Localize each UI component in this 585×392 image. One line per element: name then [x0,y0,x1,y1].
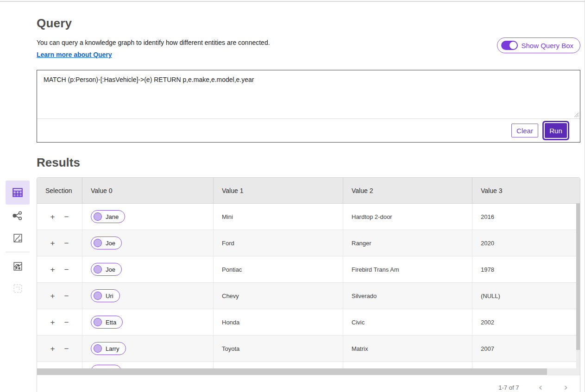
value1-cell [214,362,343,368]
expand-row-button[interactable]: + [50,238,56,248]
toggle-label: Show Query Box [521,42,573,50]
sidebar-divider [6,252,30,252]
query-text: MATCH (p:Person)-[:HasVehicle]->(e) RETU… [44,76,254,83]
value0-cell: Jane [82,204,214,230]
node-dot-icon [94,212,102,221]
value3-cell: 2020 [472,230,580,256]
pagination-range: 1-7 of 7 [498,384,519,391]
sidebar-item-extra-view [6,277,30,299]
collapse-row-button[interactable]: − [63,238,70,248]
node-chip[interactable] [91,365,121,368]
expand-row-button[interactable]: + [50,344,56,354]
node-chip[interactable]: Larry [91,342,126,355]
value3-cell: 1978 [472,256,580,282]
node-chip[interactable]: Uri [91,289,120,302]
value1-cell: Honda [214,309,343,335]
value2-cell: Silverado [343,283,472,309]
show-query-box-toggle[interactable]: Show Query Box [497,37,580,53]
value0-cell: Joe [82,256,214,282]
node-dot-icon [94,265,102,274]
value0-cell: Etta [82,309,214,335]
value3-cell [472,362,580,368]
table-row: + − Joe Ford Ranger 2020 [37,230,580,256]
value2-cell: Firebird Trans Am [343,256,472,282]
node-chip[interactable]: Etta [91,316,123,329]
sidebar-item-map-graph-view[interactable] [6,255,30,277]
value0-cell: Uri [82,283,214,309]
table-footer: 1-7 of 7 ‹ › [37,375,580,392]
table-row: + − Larry Toyota Matrix 2007 [37,336,580,362]
table-row: + − Jane Mini Hardtop 2-door 2016 [37,204,580,230]
expand-row-button[interactable]: + [50,265,56,274]
sidebar-item-table-view[interactable] [6,180,30,205]
selection-cell: + − [37,309,82,335]
column-header-selection: Selection [37,178,82,203]
clear-button[interactable]: Clear [511,124,538,137]
table-row: + − Uri Chevy Silverado (NULL) [37,283,580,309]
sidebar-item-map-view[interactable] [6,227,30,249]
column-header-value1: Value 1 [214,178,343,203]
vertical-scrollbar [576,204,580,368]
table-header-row: Selection Value 0 Value 1 Value 2 Value … [37,178,580,204]
table-row-partial [37,362,580,368]
collapse-row-button[interactable]: − [63,344,70,354]
expand-row-button[interactable]: + [50,291,56,301]
query-input[interactable]: MATCH (p:Person)-[:HasVehicle]->(e) RETU… [37,70,580,119]
value0-cell: Joe [82,230,214,256]
query-actions: Clear Run [37,119,580,142]
value0-cell: Larry [82,336,214,361]
node-dot-icon [94,239,102,247]
node-dot-icon [94,292,102,300]
node-chip[interactable]: Joe [91,236,122,249]
value0-cell [82,362,214,368]
value1-cell: Chevy [214,283,343,309]
node-chip-label: Uri [106,292,113,299]
collapse-row-button[interactable]: − [63,317,70,327]
toggle-knob [510,42,517,49]
node-dot-icon [94,344,102,353]
previous-page-button[interactable]: ‹ [536,382,544,392]
value2-cell: Matrix [343,336,472,361]
map-icon [12,232,24,244]
map-graph-icon [12,261,24,272]
value3-cell: (NULL) [472,283,580,309]
node-chip[interactable]: Jane [91,210,125,223]
node-chip-label: Larry [106,345,120,352]
selection-cell: + − [37,230,82,256]
value2-cell: Ranger [343,230,472,256]
selection-cell: + − [37,283,82,309]
value1-cell: Pontiac [214,256,343,282]
column-header-value2: Value 2 [343,178,472,203]
run-button[interactable]: Run [545,123,567,138]
graph-icon [12,210,24,222]
value2-cell: Hardtop 2-door [343,204,472,230]
next-page-button[interactable]: › [562,382,570,392]
value3-cell: 2002 [472,309,580,335]
toggle-switch-icon[interactable] [501,41,518,50]
resize-handle-icon[interactable] [573,112,579,118]
selection-cell: + − [37,336,82,361]
expand-row-button[interactable]: + [50,317,56,327]
node-chip-label: Joe [106,266,115,273]
learn-more-link[interactable]: Learn more about Query [37,51,112,58]
selection-cell: + − [37,204,82,230]
vertical-scrollbar-thumb[interactable] [576,204,580,350]
collapse-row-button[interactable]: − [63,265,70,274]
results-table: Selection Value 0 Value 1 Value 2 Value … [37,177,580,392]
node-chip[interactable]: Joe [91,263,122,276]
table-body: + − Jane Mini Hardtop 2-door 2016 + − Jo… [37,204,580,368]
view-sidebar [6,180,30,299]
value3-cell: 2007 [472,336,580,361]
collapse-row-button[interactable]: − [63,212,70,222]
value3-cell: 2016 [472,204,580,230]
horizontal-scrollbar-thumb[interactable] [37,368,547,375]
results-title: Results [37,156,580,170]
expand-row-button[interactable]: + [50,212,56,222]
collapse-row-button[interactable]: − [63,291,70,301]
selection-cell [37,362,82,368]
column-header-value3: Value 3 [472,178,580,203]
sidebar-item-graph-view[interactable] [6,205,30,227]
value2-cell [343,362,472,368]
node-chip-label: Etta [106,319,116,326]
value1-cell: Mini [214,204,343,230]
